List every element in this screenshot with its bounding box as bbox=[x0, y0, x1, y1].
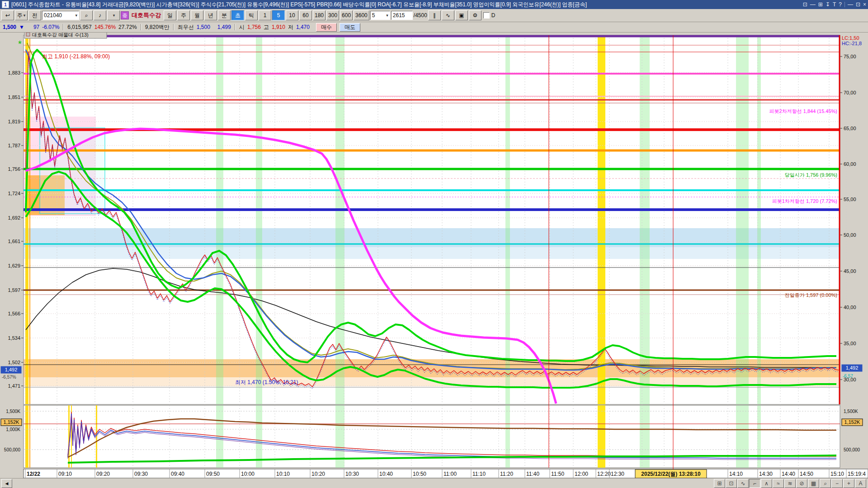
search-button[interactable]: ⌕ bbox=[80, 10, 93, 20]
price-tick-label: 1,629 bbox=[8, 263, 20, 268]
pin-icon[interactable]: ↧ bbox=[826, 1, 830, 8]
period-month-button[interactable]: 월 bbox=[191, 10, 203, 20]
candle-adjust-icon: ∥ bbox=[433, 12, 436, 19]
vertical-band bbox=[29, 405, 30, 468]
prev-stock-button[interactable]: 전 bbox=[28, 10, 41, 20]
time-tick-label: 12:30 bbox=[611, 471, 624, 477]
time-tick-label: 09:30 bbox=[134, 471, 148, 477]
interval-60-button[interactable]: 60 bbox=[299, 10, 312, 20]
high-label: 고 bbox=[264, 23, 269, 31]
price-tick-label: 1,851 bbox=[8, 94, 20, 100]
text-size-icon[interactable]: T bbox=[833, 1, 836, 8]
strength-tick-label: 75,00 bbox=[844, 54, 856, 59]
period-day-button[interactable]: 일 bbox=[164, 10, 176, 20]
settings-button[interactable]: ⚙ bbox=[469, 10, 481, 20]
period-week-button[interactable]: 주 bbox=[177, 10, 190, 20]
interval-180-button[interactable]: 180 bbox=[313, 10, 326, 20]
interval-300-button[interactable]: 300 bbox=[326, 10, 339, 20]
high-price: 1,910 bbox=[272, 24, 285, 30]
vertical-band bbox=[736, 35, 749, 404]
horizontal-line-tool-icon[interactable]: ∧ bbox=[761, 479, 772, 488]
interval-1-button[interactable]: 1 bbox=[259, 10, 271, 20]
cascade-window-icon[interactable]: ⊡ bbox=[726, 479, 737, 488]
search-icon: ⌕ bbox=[85, 12, 88, 19]
interval-5-button[interactable]: 5 bbox=[272, 10, 285, 20]
chart-canvas[interactable]: 1,8831,8511,8191,7871,7561,7241,6921,661… bbox=[0, 0, 868, 488]
interval-10-button[interactable]: 10 bbox=[286, 10, 298, 20]
d-checkbox-label: D bbox=[491, 12, 495, 19]
volume-tick-label: 1,000K bbox=[6, 427, 20, 432]
nav-back-button[interactable]: ↩ bbox=[1, 10, 14, 20]
period-year-button[interactable]: 년 bbox=[204, 10, 217, 20]
help-icon[interactable]: ? bbox=[839, 1, 842, 8]
strength-tick-label: 45,00 bbox=[844, 268, 856, 274]
chart-annotation: 전일종가 1,597 (0.00%) bbox=[785, 292, 837, 298]
interval-3600-button[interactable]: 3600 bbox=[354, 10, 369, 20]
strength-tick-label: 50,00 bbox=[844, 232, 856, 238]
time-tick-label: 12:00 bbox=[575, 471, 588, 477]
vertical-band bbox=[68, 405, 70, 468]
time-tick-label: 09:10 bbox=[58, 471, 72, 477]
chart-image-icon[interactable]: ▦ bbox=[808, 479, 819, 488]
zoom-in-icon[interactable]: + bbox=[843, 479, 854, 488]
chart-annotation: LC:1,50 bbox=[842, 35, 859, 41]
free-draw-icon[interactable]: ∿ bbox=[737, 479, 749, 488]
minimize-icon[interactable]: — bbox=[810, 1, 816, 8]
interval-select[interactable]: 5 ▾ bbox=[370, 11, 390, 20]
gear-icon: ⚙ bbox=[472, 12, 477, 19]
best-quote-label: 최우선 bbox=[178, 23, 194, 31]
time-tick-label: 10:50 bbox=[413, 471, 426, 477]
stock-code-input[interactable]: 021040 ▾ bbox=[42, 11, 79, 20]
interval-600-button[interactable]: 600 bbox=[340, 10, 353, 20]
zoom-tool-icon[interactable]: ⌕ bbox=[820, 479, 831, 488]
buy-button[interactable]: 매수 bbox=[316, 23, 337, 32]
window-close-button[interactable]: × bbox=[863, 1, 866, 8]
sell-button[interactable]: 매도 bbox=[340, 23, 360, 32]
time-tick-label: 14:40 bbox=[782, 471, 795, 477]
vertical-band bbox=[256, 35, 262, 404]
time-tick-label: 11:50 bbox=[551, 471, 564, 477]
time-tick-label: 10:30 bbox=[345, 471, 359, 477]
volume-tick-label: 500,000 bbox=[4, 447, 21, 452]
window-minimize-button[interactable]: — bbox=[848, 1, 853, 8]
overlap-window-icon[interactable]: ⊞ bbox=[818, 1, 823, 8]
grid-window-icon[interactable]: ⊞ bbox=[714, 479, 725, 488]
sound-button[interactable]: ♪ bbox=[94, 10, 106, 20]
eraser-tool-icon[interactable]: ⊘ bbox=[796, 479, 807, 488]
candle-adjust-button[interactable]: ∥ bbox=[428, 10, 441, 20]
chart-annotation: 최고 1,910 (-21.88%, 09:00) bbox=[42, 53, 110, 60]
period-minute-button[interactable]: 분 bbox=[218, 10, 231, 20]
vertical-band bbox=[505, 35, 510, 404]
scroll-left-button[interactable]: ◀ bbox=[1, 479, 12, 488]
pattern-line-tool-icon[interactable]: ≋ bbox=[784, 479, 796, 488]
save-button[interactable]: ▣ bbox=[455, 10, 468, 20]
price-tick-label: 1,661 bbox=[8, 239, 20, 244]
chart-annotation: -6,57 bbox=[843, 374, 853, 379]
open-label: 시 bbox=[239, 23, 245, 31]
period-second-button[interactable]: 초 bbox=[231, 10, 244, 20]
stock-name: 대호특수강 bbox=[130, 11, 163, 19]
trade-value: 9,820백만 bbox=[145, 23, 170, 31]
pattern-button[interactable]: ∿ bbox=[442, 10, 454, 20]
window-restore-button[interactable]: ⊡ bbox=[856, 1, 860, 8]
price-tick-label: 1,534 bbox=[8, 335, 20, 341]
strength-tick-label: 70,00 bbox=[844, 90, 856, 95]
sound-dropdown[interactable]: ▾ bbox=[107, 10, 120, 20]
time-tick-label: 11:20 bbox=[500, 471, 513, 477]
bar-count-input[interactable]: 2615 bbox=[391, 11, 413, 20]
trendline-tool-icon[interactable]: ⌐ bbox=[749, 479, 760, 488]
chart-annotation: HC:-21,8 bbox=[842, 41, 862, 46]
time-tick-label: 10:10 bbox=[276, 471, 290, 477]
text-tool-icon[interactable]: A bbox=[855, 479, 866, 488]
vertical-line-tool-icon[interactable]: ≈ bbox=[773, 479, 784, 488]
period-tick-button[interactable]: 틱 bbox=[245, 10, 258, 20]
best-ask: 1,500 bbox=[197, 24, 210, 30]
price-tick-label: 1,883 bbox=[8, 70, 20, 75]
zoom-out-icon[interactable]: − bbox=[831, 479, 843, 488]
volume: 6,015,957 bbox=[67, 24, 91, 30]
d-checkbox[interactable] bbox=[483, 12, 490, 19]
volume-tick-label: 500,000 bbox=[844, 447, 860, 452]
strength-tick-label: 65,00 bbox=[844, 126, 856, 131]
stock-type-select[interactable]: 주 ▾ bbox=[15, 10, 28, 20]
restore-icon[interactable]: ⊡ bbox=[803, 1, 807, 8]
